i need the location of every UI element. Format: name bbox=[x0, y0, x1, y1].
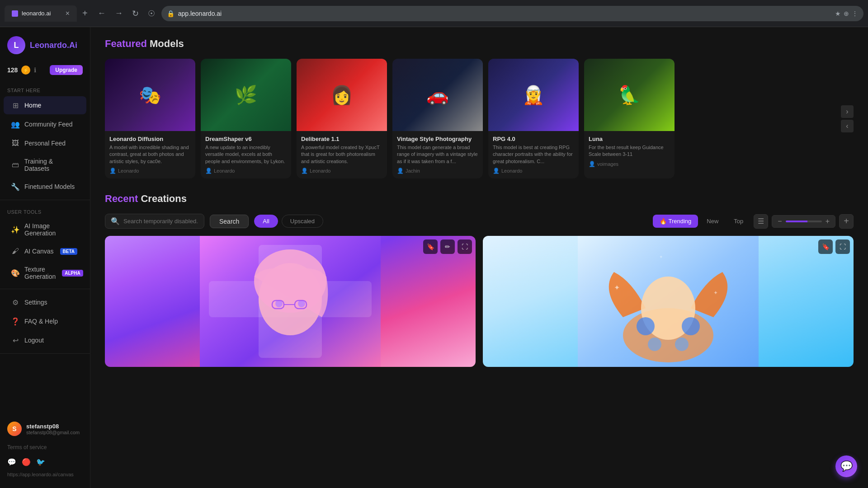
carousel-next-btn[interactable]: › bbox=[841, 105, 854, 118]
sidebar-item-label: Texture Generation bbox=[24, 266, 56, 280]
logo-avatar: L bbox=[7, 36, 25, 54]
model-name-4: Vintage Style Photography bbox=[397, 136, 478, 142]
new-tab-btn[interactable]: + bbox=[79, 6, 91, 20]
image-card-1[interactable]: 🔖 ✏ ⛶ bbox=[105, 236, 476, 367]
image-card-2[interactable]: ✦ ✦ ✦ 🔖 ⛶ bbox=[483, 236, 854, 367]
chat-fab[interactable]: 💬 bbox=[835, 455, 857, 477]
alpha-badge: ALPHA bbox=[62, 270, 83, 277]
sidebar-user: S stefanstp08 stefanstp08@gmail.com bbox=[0, 417, 90, 441]
reddit-icon[interactable]: 🔴 bbox=[22, 458, 31, 466]
zoom-control: − + bbox=[772, 215, 835, 228]
terms-link[interactable]: Terms of service bbox=[0, 441, 90, 454]
view-controls: 🔥 Trending New Top ☰ − + + bbox=[653, 214, 854, 229]
filter-all-tab[interactable]: All bbox=[254, 215, 278, 228]
model-card-rpg[interactable]: 🧝 RPG 4.0 This model is best at creating… bbox=[488, 59, 579, 178]
model-author-5: 👤 Leonardo bbox=[493, 168, 574, 174]
sidebar-item-logout[interactable]: ↩ Logout bbox=[4, 331, 86, 349]
refresh-btn[interactable]: ↻ bbox=[129, 7, 142, 20]
sort-trending-tab[interactable]: 🔥 Trending bbox=[653, 215, 698, 228]
model-card-dreamshaper[interactable]: 🌿 DreamShaper v6 A new update to an incr… bbox=[201, 59, 291, 178]
author-icon-5: 👤 bbox=[493, 168, 500, 174]
twitter-icon[interactable]: 🐦 bbox=[36, 458, 45, 466]
model-desc-3: A powerful model created by XpucT that i… bbox=[301, 144, 382, 165]
zoom-slider[interactable] bbox=[786, 221, 822, 222]
zoom-out-btn[interactable]: − bbox=[776, 217, 783, 225]
finetuned-icon: 🔧 bbox=[11, 182, 20, 191]
creature-image-svg: ✦ ✦ ✦ bbox=[483, 236, 854, 367]
ai-image-icon: ✨ bbox=[11, 225, 20, 234]
upgrade-button[interactable]: Upgrade bbox=[50, 65, 83, 75]
discord-icon[interactable]: 💬 bbox=[7, 458, 16, 466]
sidebar-item-settings[interactable]: ⚙ Settings bbox=[4, 293, 86, 311]
model-card-vintage[interactable]: 🚗 Vintage Style Photography This model c… bbox=[392, 59, 483, 178]
sidebar-item-personal[interactable]: 🖼 Personal Feed bbox=[4, 134, 86, 152]
avatar: S bbox=[7, 422, 22, 436]
svg-point-14 bbox=[682, 317, 700, 335]
sidebar-item-community[interactable]: 👥 Community Feed bbox=[4, 115, 86, 133]
model-author-6: 👤 voimages bbox=[589, 161, 670, 167]
search-input[interactable] bbox=[123, 218, 198, 225]
edit-btn-1[interactable]: ✏ bbox=[440, 239, 455, 254]
info-icon: ℹ bbox=[34, 66, 36, 74]
back-btn[interactable]: ← bbox=[95, 7, 108, 20]
expand-btn-1[interactable]: ⛶ bbox=[458, 239, 472, 254]
active-tab[interactable]: leonardo.ai × bbox=[5, 5, 77, 22]
model-card-deliberate[interactable]: 👩 Deliberate 1.1 A powerful model create… bbox=[297, 59, 387, 178]
model-info-2: DreamShaper v6 A new update to an incred… bbox=[201, 131, 291, 178]
sidebar-item-ai-image[interactable]: ✨ AI Image Generation bbox=[4, 218, 86, 241]
token-bar: 128 ⚡ ℹ Upgrade bbox=[0, 63, 90, 82]
sidebar-item-faq[interactable]: ❓ FAQ & Help bbox=[4, 312, 86, 330]
search-icon: 🔍 bbox=[111, 217, 120, 225]
list-view-btn[interactable]: ☰ bbox=[754, 214, 768, 229]
forward-btn[interactable]: → bbox=[112, 7, 126, 20]
bookmark-btn-2[interactable]: 🔖 bbox=[818, 239, 833, 254]
svg-text:✦: ✦ bbox=[713, 290, 718, 296]
beta-badge: BETA bbox=[60, 248, 77, 255]
sidebar-item-training[interactable]: 🗃 Training & Datasets bbox=[4, 153, 86, 177]
sidebar-item-label: Settings bbox=[24, 299, 47, 306]
lock-icon: 🔒 bbox=[167, 10, 175, 17]
tab-close-btn[interactable]: × bbox=[66, 9, 70, 18]
author-icon-4: 👤 bbox=[397, 168, 404, 174]
model-image-4: 🚗 bbox=[392, 59, 483, 131]
author-icon-6: 👤 bbox=[589, 161, 595, 167]
address-bar-icons: ★⊕⋮ bbox=[835, 10, 858, 17]
model-card-luna[interactable]: 🦜 Luna For the best result keep Guidance… bbox=[584, 59, 675, 178]
sidebar-divider-1 bbox=[0, 200, 90, 200]
svg-point-16 bbox=[675, 338, 689, 351]
search-button[interactable]: Search bbox=[210, 215, 249, 228]
bookmark-btn-1[interactable]: 🔖 bbox=[423, 239, 438, 254]
address-bar[interactable]: 🔒 app.leonardo.ai ★⊕⋮ bbox=[161, 6, 863, 21]
filter-upscaled-tab[interactable]: Upscaled bbox=[282, 215, 323, 228]
author-icon-1: 👤 bbox=[109, 168, 116, 174]
model-name-6: Luna bbox=[589, 136, 670, 142]
sidebar-item-label: AI Canvas bbox=[24, 248, 54, 255]
sort-new-tab[interactable]: New bbox=[700, 215, 725, 228]
svg-text:✦: ✦ bbox=[614, 284, 620, 291]
model-author-1: 👤 Leonardo bbox=[109, 168, 191, 174]
model-name-2: DreamShaper v6 bbox=[205, 136, 287, 142]
token-icon: ⚡ bbox=[21, 66, 30, 75]
faq-icon: ❓ bbox=[11, 317, 20, 326]
model-card-leonardo-diffusion[interactable]: 🎭 Leonardo Diffusion A model with incred… bbox=[105, 59, 195, 178]
add-btn[interactable]: + bbox=[839, 214, 854, 229]
sidebar-item-label: AI Image Generation bbox=[24, 222, 79, 237]
url-tooltip: https://app.leonardo.ai/canvas bbox=[0, 470, 90, 479]
svg-point-15 bbox=[648, 338, 661, 351]
sidebar-item-texture[interactable]: 🎨 Texture Generation ALPHA bbox=[4, 261, 86, 285]
sidebar-item-finetuned[interactable]: 🔧 Finetuned Models bbox=[4, 178, 86, 196]
model-desc-2: A new update to an incredibly versatile … bbox=[205, 144, 287, 165]
sidebar-item-home[interactable]: ⊞ Home bbox=[4, 96, 86, 114]
tab-title: leonardo.ai bbox=[22, 10, 51, 17]
model-name-3: Deliberate 1.1 bbox=[301, 136, 382, 142]
sidebar-divider-2 bbox=[0, 289, 90, 289]
sidebar-item-ai-canvas[interactable]: 🖌 AI Canvas BETA bbox=[4, 242, 86, 260]
home-btn[interactable]: ☉ bbox=[145, 7, 158, 20]
sort-top-tab[interactable]: Top bbox=[727, 215, 750, 228]
url-text: app.leonardo.ai bbox=[178, 10, 222, 17]
zoom-in-btn[interactable]: + bbox=[824, 217, 831, 225]
community-icon: 👥 bbox=[11, 120, 20, 129]
carousel-prev-btn[interactable]: ‹ bbox=[841, 120, 854, 132]
sidebar-logo: L Leonardo.Ai bbox=[0, 27, 90, 63]
expand-btn-2[interactable]: ⛶ bbox=[835, 239, 850, 254]
